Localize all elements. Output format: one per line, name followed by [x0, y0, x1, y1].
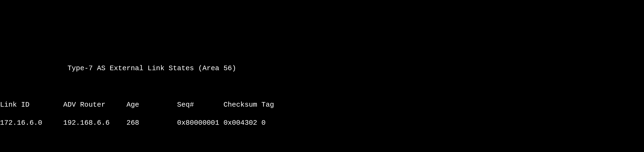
header-age: Age	[126, 100, 177, 110]
cell-tag: 0	[261, 119, 266, 128]
header-seq: Seq#	[177, 100, 223, 110]
terminal-output[interactable]: Type-7 AS External Link States (Area 56)…	[0, 36, 644, 152]
cell-linkid: 172.16.6.0	[0, 119, 63, 128]
blank-line	[0, 82, 644, 91]
header-linkid: Link ID	[0, 100, 63, 110]
table-row: 172.16.6.0192.168.6.62680x800000010x0043…	[0, 119, 644, 128]
section-title: Type-7 AS External Link States (Area 56)	[68, 64, 236, 72]
cell-seq: 0x80000001	[177, 119, 223, 128]
blank-line	[0, 46, 644, 55]
header-advrouter: ADV Router	[63, 100, 126, 110]
cell-age: 268	[126, 119, 177, 128]
header-tag: Tag	[261, 100, 274, 110]
table-header-row: Link IDADV RouterAgeSeq#ChecksumTag	[0, 100, 644, 110]
section-header: Type-7 AS External Link States (Area 56)	[0, 64, 644, 73]
cell-checksum: 0x004302	[223, 119, 261, 128]
blank-line	[0, 137, 644, 146]
header-checksum: Checksum	[223, 100, 261, 110]
cell-advrouter: 192.168.6.6	[63, 119, 126, 128]
